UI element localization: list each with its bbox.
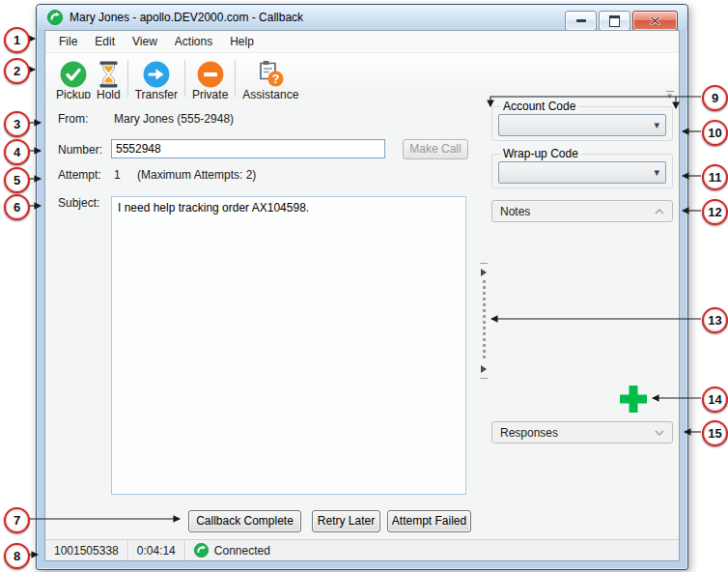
status-bar: 1001505338 0:04:14 Connected	[45, 539, 679, 560]
attempt-max: (Maximum Attempts: 2)	[137, 168, 256, 182]
svg-text:?: ?	[272, 72, 280, 86]
minimize-icon	[576, 19, 586, 22]
callback-window: Mary Jones - apollo.DEV2000.com - Callba…	[36, 4, 688, 570]
callout-2: 2	[4, 58, 30, 84]
number-label: Number:	[58, 143, 102, 157]
menu-help[interactable]: Help	[221, 32, 263, 51]
splitter-collapse-arrow-icon[interactable]	[481, 269, 487, 276]
splitter-end	[480, 263, 488, 264]
chevron-down-icon	[655, 430, 664, 436]
screenshot-stage: Mary Jones - apollo.DEV2000.com - Callba…	[0, 0, 728, 572]
add-response-icon[interactable]	[619, 385, 648, 414]
callout-6: 6	[4, 194, 30, 220]
hold-hourglass-icon	[98, 61, 119, 88]
menu-file[interactable]: File	[50, 32, 86, 51]
from-label: From:	[58, 112, 88, 126]
callback-complete-button[interactable]: Callback Complete	[188, 510, 301, 532]
connected-icon	[194, 543, 209, 558]
subject-label: Subject:	[58, 196, 99, 210]
splitter-grip[interactable]	[483, 280, 486, 361]
callout-8: 8	[4, 543, 30, 569]
wrapup-code-label: Wrap-up Code	[500, 147, 581, 160]
callout-10: 10	[702, 120, 728, 146]
account-code-combobox[interactable]: ▾	[498, 114, 666, 136]
private-button[interactable]: Private	[189, 59, 231, 100]
status-connection-cell: Connected	[185, 540, 279, 560]
maximize-button[interactable]	[599, 11, 630, 31]
assistance-button[interactable]: ? Assistance	[239, 59, 301, 100]
window-title: Mary Jones - apollo.DEV2000.com - Callba…	[70, 11, 303, 24]
toolbar-overflow-button[interactable]: ▾	[663, 91, 676, 99]
subject-textarea[interactable]: I need help tracking order AX104598.	[111, 196, 466, 495]
callout-5: 5	[4, 167, 30, 193]
close-icon	[650, 16, 660, 25]
status-connection: Connected	[214, 544, 270, 558]
main-content: From: Mary Jones (555-2948) Number: Make…	[45, 99, 679, 540]
splitter-collapse-arrow-icon[interactable]	[481, 365, 487, 373]
account-code-group: Account Code ▾	[491, 100, 673, 141]
callout-1: 1	[4, 27, 30, 53]
menu-edit[interactable]: Edit	[86, 32, 124, 51]
status-duration-cell: 0:04:14	[128, 540, 185, 560]
wrapup-code-group: Wrap-up Code ▾	[491, 147, 673, 188]
attempt-label: Attempt:	[58, 168, 101, 182]
maximize-icon	[609, 15, 620, 27]
app-icon	[47, 10, 63, 25]
chevron-down-icon: ▾	[654, 118, 659, 131]
minimize-button[interactable]	[565, 11, 597, 31]
notes-expander[interactable]: Notes	[491, 200, 673, 222]
toolbar-separator	[235, 60, 236, 97]
chevron-up-icon	[655, 209, 664, 214]
account-code-label: Account Code	[500, 100, 578, 113]
transfer-arrow-icon	[143, 61, 170, 88]
toolbar: Pickup Hold	[45, 53, 679, 103]
toolbar-separator	[184, 60, 185, 97]
status-duration: 0:04:14	[137, 544, 176, 558]
responses-label: Responses	[500, 426, 558, 440]
transfer-button[interactable]: Transfer	[132, 59, 181, 100]
notes-label: Notes	[500, 205, 530, 218]
make-call-button[interactable]: Make Call	[403, 139, 468, 159]
wrapup-code-combobox[interactable]: ▾	[498, 161, 666, 184]
status-number: 1001505338	[54, 544, 119, 558]
title-bar[interactable]: Mary Jones - apollo.DEV2000.com - Callba…	[37, 5, 687, 30]
attempt-value: 1	[114, 168, 121, 182]
callout-14: 14	[702, 386, 728, 413]
chevron-down-icon: ▾	[654, 165, 659, 179]
menu-actions[interactable]: Actions	[166, 32, 221, 51]
number-input[interactable]	[111, 139, 385, 158]
callout-9: 9	[702, 85, 728, 111]
callout-13: 13	[702, 307, 728, 333]
attempt-failed-button[interactable]: Attempt Failed	[387, 510, 471, 532]
assistance-question-icon: ?	[258, 60, 284, 88]
pickup-button[interactable]: Pickup	[53, 59, 94, 100]
toolbar-separator	[127, 60, 128, 97]
hold-button[interactable]: Hold	[94, 59, 124, 100]
splitter-end	[480, 378, 488, 379]
pickup-check-icon	[60, 61, 87, 88]
callout-11: 11	[702, 164, 728, 190]
callout-3: 3	[4, 111, 30, 137]
retry-later-button[interactable]: Retry Later	[312, 510, 380, 532]
menu-bar: File Edit View Actions Help	[45, 31, 679, 53]
responses-expander[interactable]: Responses	[491, 421, 673, 443]
client-area: File Edit View Actions Help Pickup	[44, 30, 680, 561]
callout-15: 15	[702, 420, 728, 446]
from-value: Mary Jones (555-2948)	[114, 112, 234, 126]
status-number-cell: 1001505338	[45, 540, 128, 560]
menu-view[interactable]: View	[124, 32, 166, 51]
callout-4: 4	[4, 139, 30, 165]
callout-7: 7	[4, 507, 30, 533]
toolbar-overflow-icon	[666, 91, 674, 92]
callout-12: 12	[702, 199, 728, 225]
panel-splitter[interactable]	[479, 263, 489, 379]
private-minus-icon	[197, 61, 224, 88]
close-button[interactable]	[632, 11, 678, 31]
